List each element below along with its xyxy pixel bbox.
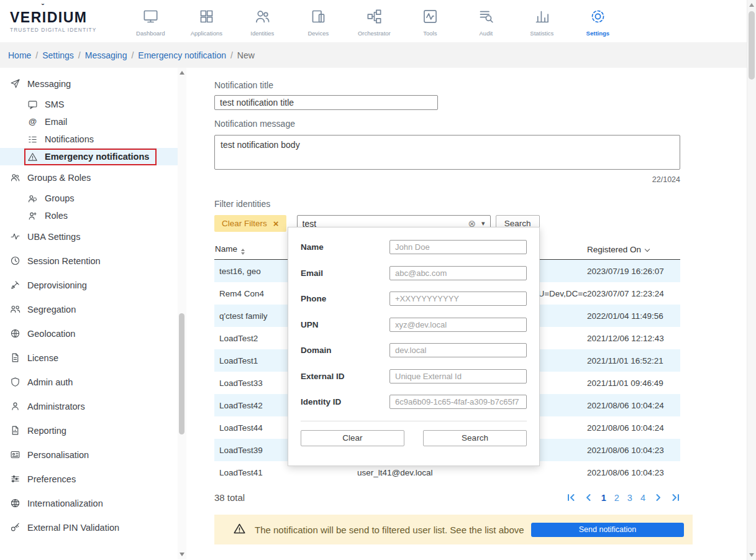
filter-external-id-input[interactable]	[389, 369, 527, 383]
scroll-up-arrow[interactable]	[180, 71, 184, 75]
send-icon	[10, 78, 20, 89]
applications-icon	[198, 8, 215, 27]
nav-item-identities[interactable]: Identities	[234, 6, 290, 37]
sidebar-item-geolocation[interactable]: Geolocation	[0, 321, 178, 346]
nav-item-settings[interactable]: Settings	[570, 6, 626, 37]
pagination-page-3[interactable]: 3	[627, 493, 632, 503]
sidebar-item-notifications[interactable]: Notifications	[0, 131, 178, 148]
filter-identity-id-label: Identity ID	[301, 397, 389, 406]
pagination-prev-icon[interactable]	[584, 493, 593, 502]
breadcrumb-separator: /	[131, 50, 134, 60]
nav-item-orchestrator[interactable]: Orchestrator	[346, 6, 402, 37]
nav-label: Identities	[250, 30, 274, 37]
sidebar-item-label: UBA Settings	[27, 232, 80, 242]
globe-icon	[10, 328, 20, 339]
sidebar-item-label: Personalisation	[27, 450, 89, 460]
pagination-next-icon[interactable]	[654, 493, 663, 502]
sidebar-item-sms[interactable]: SMS	[0, 96, 178, 113]
breadcrumb: Home / Settings / Messaging / Emergency …	[0, 42, 756, 68]
email-at-icon: @	[27, 117, 38, 127]
sidebar-item-label: Geolocation	[27, 329, 75, 339]
notification-title-input[interactable]	[214, 95, 438, 110]
nav-item-devices[interactable]: Devices	[290, 6, 346, 37]
breadcrumb-settings[interactable]: Settings	[42, 50, 74, 60]
sidebar-scrollbar[interactable]	[178, 68, 186, 559]
sidebar-item-preferences[interactable]: Preferences	[0, 467, 178, 491]
breadcrumb-home[interactable]: Home	[8, 50, 31, 60]
nav-label: Audit	[480, 30, 493, 37]
logo-tagline: TRUSTED DIGITAL IDENTITY	[10, 27, 96, 33]
breadcrumb-separator: /	[35, 50, 38, 60]
sidebar-item-label: Roles	[45, 211, 68, 221]
scroll-up-arrow[interactable]	[749, 3, 754, 7]
sliders-icon	[10, 474, 20, 484]
sidebar-item-label: Admin auth	[27, 377, 73, 387]
breadcrumb-messaging[interactable]: Messaging	[85, 50, 127, 60]
filter-name-input[interactable]	[389, 240, 527, 254]
filter-domain-label: Domain	[301, 346, 389, 355]
sidebar-item-admin-auth[interactable]: Admin auth	[0, 370, 178, 394]
sidebar-item-label: Emergency notifications	[45, 152, 149, 162]
filter-identity-id-input[interactable]	[389, 395, 527, 409]
warning-banner-text: The notification will be send to filtere…	[255, 525, 531, 535]
nav-item-statistics[interactable]: Statistics	[514, 6, 570, 37]
column-header-registered-on[interactable]: Registered On	[587, 245, 680, 254]
filter-name-label: Name	[301, 242, 389, 252]
filter-upn-input[interactable]	[389, 318, 527, 332]
sidebar-item-label: Email	[45, 117, 67, 127]
pagination-page-1[interactable]: 1	[601, 493, 606, 503]
globe-language-icon	[10, 498, 20, 508]
sidebar-item-segregation[interactable]: Segregation	[0, 297, 178, 321]
page-scrollbar-thumb[interactable]	[749, 11, 755, 80]
nav-label: Orchestrator	[358, 30, 391, 37]
clear-filters-chip[interactable]: Clear Filters ×	[214, 215, 286, 232]
pagination-page-4[interactable]: 4	[640, 493, 645, 503]
sidebar-item-roles[interactable]: Roles	[0, 207, 178, 224]
sidebar-item-messaging[interactable]: Messaging	[0, 71, 178, 96]
clear-filters-x-icon[interactable]: ×	[273, 218, 279, 229]
nav-item-dashboard[interactable]: Dashboard	[122, 6, 178, 37]
nav-item-audit[interactable]: Audit	[458, 6, 514, 37]
filter-email-input[interactable]	[389, 266, 527, 280]
sidebar-item-groups-roles[interactable]: Groups & Roles	[0, 165, 178, 190]
sidebar-item-uba-settings[interactable]: UBA Settings	[0, 224, 178, 249]
nav-item-applications[interactable]: Applications	[178, 6, 234, 37]
sidebar-item-emergency-notifications[interactable]: Emergency notifications	[0, 148, 178, 165]
popup-search-button[interactable]: Search	[423, 430, 527, 446]
sidebar-item-reporting[interactable]: Reporting	[0, 418, 178, 443]
devices-icon	[310, 8, 327, 27]
popup-clear-button[interactable]: Clear	[301, 430, 404, 446]
pagination-first-icon[interactable]	[567, 493, 576, 502]
breadcrumb-separator: /	[78, 50, 81, 60]
sidebar-item-administrators[interactable]: Administrators	[0, 394, 178, 418]
page-scrollbar[interactable]	[747, 0, 756, 560]
sidebar-item-label: Groups & Roles	[27, 173, 91, 183]
sidebar-item-internationalization[interactable]: Internationalization	[0, 491, 178, 515]
pagination-last-icon[interactable]	[671, 493, 680, 502]
breadcrumb-new: New	[237, 50, 255, 60]
scroll-down-arrow[interactable]	[749, 553, 754, 557]
notification-message-textarea[interactable]: test notification body	[214, 135, 680, 170]
character-counter: 22/1024	[214, 175, 680, 184]
sidebar-item-personalisation[interactable]: Personalisation	[0, 443, 178, 467]
nav-item-tools[interactable]: Tools	[402, 6, 458, 37]
sidebar-scrollbar-thumb[interactable]	[179, 313, 184, 434]
sidebar-item-groups[interactable]: Groups	[0, 190, 178, 207]
filter-external-id-label: External ID	[301, 372, 389, 381]
send-notification-button[interactable]: Send notification	[531, 523, 684, 537]
people-split-icon	[10, 304, 20, 314]
sort-chevron-down-icon	[645, 247, 650, 252]
pagination-page-2[interactable]: 2	[614, 493, 619, 503]
sidebar-item-deprovisioning[interactable]: Deprovisioning	[0, 273, 178, 297]
sidebar-item-license[interactable]: License	[0, 346, 178, 370]
sidebar-item-session-retention[interactable]: Session Retention	[0, 249, 178, 273]
scroll-down-arrow[interactable]	[180, 553, 184, 556]
breadcrumb-emergency-notification[interactable]: Emergency notification	[138, 50, 226, 60]
sidebar-item-label: Session Retention	[27, 256, 101, 266]
filter-domain-input[interactable]	[389, 343, 527, 357]
audit-icon	[478, 8, 494, 27]
sidebar-item-email[interactable]: @ Email	[0, 113, 178, 131]
filter-phone-input[interactable]	[389, 291, 527, 306]
sidebar-item-external-pin-validation[interactable]: External PIN Validation	[0, 515, 178, 539]
filter-dropdown-panel: Name Email Phone UPN Domain External ID	[288, 227, 540, 466]
